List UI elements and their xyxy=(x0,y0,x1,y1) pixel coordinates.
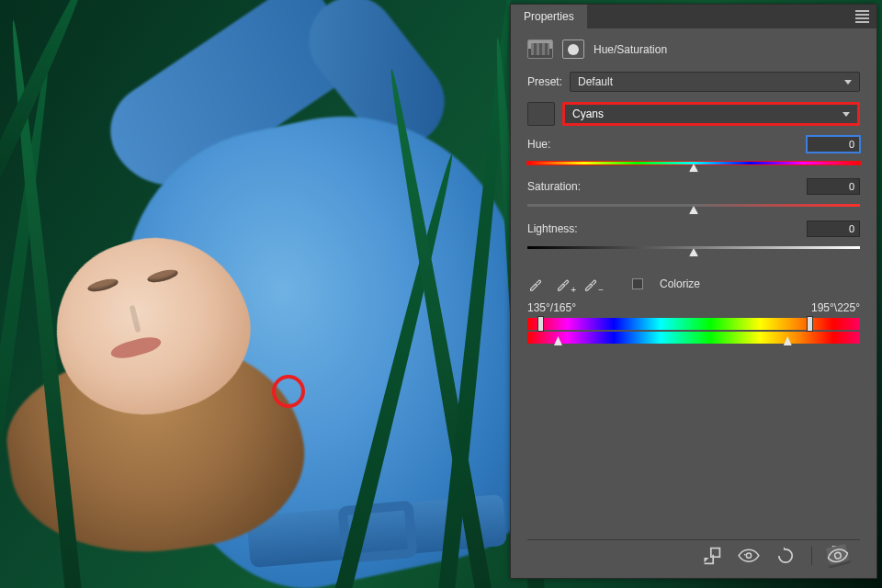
layer-mask-icon[interactable] xyxy=(562,40,584,59)
reset-button[interactable] xyxy=(775,546,797,566)
channel-value: Cyans xyxy=(572,107,604,120)
range-stop-outer-right[interactable] xyxy=(807,316,813,332)
saturation-value-input[interactable] xyxy=(807,178,860,195)
preset-label: Preset: xyxy=(527,75,562,88)
eyedropper-add-icon[interactable]: + xyxy=(555,276,571,292)
adjustment-title: Hue/Saturation xyxy=(594,43,667,56)
hue-thumb[interactable] xyxy=(689,164,699,173)
svg-point-3 xyxy=(834,552,842,560)
eyedropper-subtract-icon[interactable]: − xyxy=(582,276,599,292)
hue-label: Hue: xyxy=(527,138,550,151)
hue-slider[interactable] xyxy=(527,158,860,167)
saturation-slider[interactable] xyxy=(527,200,860,209)
tab-properties[interactable]: Properties xyxy=(511,5,588,28)
range-stop-outer-left[interactable] xyxy=(537,316,544,332)
range-left-label: 135°/165° xyxy=(527,301,576,314)
range-right-label: 195°\225° xyxy=(811,301,860,314)
hue-saturation-icon[interactable] xyxy=(527,40,553,59)
panel-body: Hue/Saturation Preset: Default Cyans xyxy=(511,28,876,578)
colorize-checkbox[interactable] xyxy=(632,278,643,289)
chevron-down-icon xyxy=(842,112,850,117)
preset-select[interactable]: Default xyxy=(570,72,860,92)
eyedropper-icon[interactable] xyxy=(527,276,544,292)
saturation-thumb[interactable] xyxy=(689,206,699,215)
output-color-strip[interactable] xyxy=(527,332,860,344)
properties-panel: Properties Hue/Saturation Preset: Defaul… xyxy=(510,4,877,579)
preset-value: Default xyxy=(578,75,613,88)
eyedropper-row: + − Colorize xyxy=(527,276,860,292)
channel-row: Cyans xyxy=(527,102,860,126)
lightness-label: Lightness: xyxy=(527,222,578,235)
svg-point-2 xyxy=(744,554,746,556)
targeted-adjustment-tool[interactable] xyxy=(527,102,555,126)
panel-footer xyxy=(527,539,860,571)
lightness-value-input[interactable] xyxy=(807,220,860,237)
saturation-group: Saturation: xyxy=(527,178,860,209)
hue-group: Hue: xyxy=(527,136,860,167)
svg-rect-0 xyxy=(711,548,720,557)
input-color-strip[interactable] xyxy=(527,318,860,330)
clip-to-layer-button[interactable] xyxy=(701,546,723,566)
svg-point-1 xyxy=(746,553,751,558)
lightness-slider[interactable] xyxy=(527,243,860,252)
preset-row: Preset: Default xyxy=(527,72,860,92)
panel-menu-icon[interactable] xyxy=(855,8,869,25)
colorize-label: Colorize xyxy=(660,277,700,290)
saturation-label: Saturation: xyxy=(527,180,581,193)
lightness-group: Lightness: xyxy=(527,220,860,252)
hue-value-input[interactable] xyxy=(807,136,860,153)
tab-strip xyxy=(588,5,876,28)
range-stop-inner-left[interactable] xyxy=(554,336,562,345)
sample-point-annotation xyxy=(272,375,305,408)
chevron-down-icon xyxy=(844,80,852,85)
range-stop-inner-right[interactable] xyxy=(784,336,792,345)
lightness-thumb[interactable] xyxy=(689,248,699,257)
view-previous-button[interactable] xyxy=(738,546,760,566)
color-range-labels: 135°/165° 195°\225° xyxy=(527,301,860,314)
color-channel-select[interactable]: Cyans xyxy=(562,102,860,126)
adjustment-header: Hue/Saturation xyxy=(527,40,860,59)
panel-tabbar: Properties xyxy=(511,5,876,28)
